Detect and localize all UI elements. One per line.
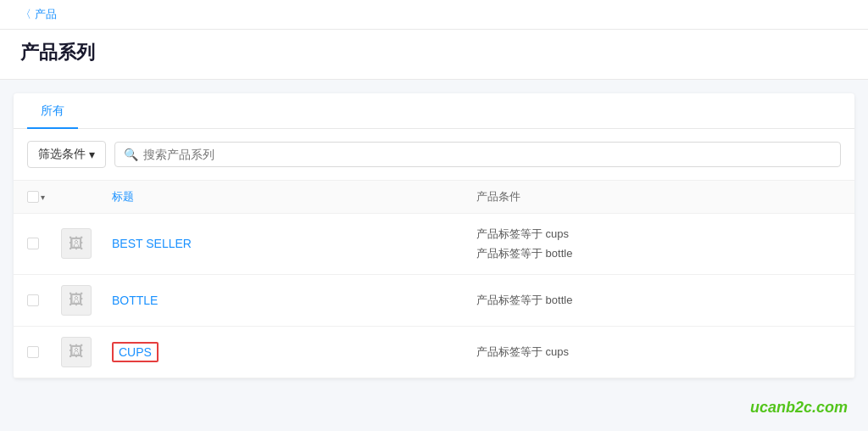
condition-line-1: 产品标签等于 cups (476, 224, 841, 243)
header-checkbox-dropdown-icon[interactable]: ▾ (41, 193, 45, 202)
header-title[interactable]: 标题 (112, 189, 476, 204)
table-row: 🖼 CUPS 产品标签等于 cups (14, 327, 854, 378)
row-image-bottle: 🖼 (61, 285, 92, 316)
row-link-best-seller[interactable]: BEST SELLER (112, 237, 192, 250)
row-image-best-seller: 🖼 (61, 228, 92, 259)
row-link-bottle[interactable]: BOTTLE (112, 294, 158, 307)
filter-button[interactable]: 筛选条件 ▾ (27, 141, 106, 168)
tabs-bar: 所有 (14, 93, 854, 129)
row-name-bottle[interactable]: BOTTLE (112, 294, 476, 307)
row-image-cups: 🖼 (61, 337, 92, 367)
checkbox-cups[interactable] (27, 346, 39, 358)
filter-label: 筛选条件 (38, 147, 86, 162)
watermark-text: ucanb2c.com (750, 399, 848, 416)
row-conditions-best-seller: 产品标签等于 cups 产品标签等于 bottle (476, 224, 841, 264)
page-wrapper: 产品 产品系列 所有 筛选条件 ▾ 🔍 ▾ (0, 0, 868, 431)
watermark: ucanb2c.com (0, 392, 868, 423)
row-conditions-cups: 产品标签等于 cups (476, 342, 841, 361)
tab-all[interactable]: 所有 (27, 93, 78, 129)
breadcrumb-bar: 产品 (0, 0, 868, 30)
search-wrapper: 🔍 (114, 142, 841, 167)
row-link-cups[interactable]: CUPS (112, 342, 159, 362)
page-title: 产品系列 (20, 40, 848, 65)
page-header: 产品系列 (0, 30, 868, 80)
table-row: 🖼 BEST SELLER 产品标签等于 cups 产品标签等于 bottle (14, 214, 854, 275)
row-name-cups[interactable]: CUPS (112, 345, 476, 359)
condition-line-2: 产品标签等于 bottle (476, 243, 841, 263)
row-name-best-seller[interactable]: BEST SELLER (112, 237, 476, 250)
table-row: 🖼 BOTTLE 产品标签等于 bottle (14, 275, 854, 327)
breadcrumb-link[interactable]: 产品 (20, 8, 57, 20)
header-checkbox[interactable] (27, 191, 39, 203)
toolbar: 筛选条件 ▾ 🔍 (14, 129, 854, 181)
row-checkbox-cups[interactable] (27, 346, 61, 358)
checkbox-bottle[interactable] (27, 294, 39, 306)
row-checkbox-bottle[interactable] (27, 294, 61, 306)
search-icon: 🔍 (124, 148, 138, 161)
table-header: ▾ 标题 产品条件 (14, 181, 854, 214)
filter-arrow-icon: ▾ (89, 148, 95, 161)
header-checkbox-group[interactable]: ▾ (27, 191, 61, 203)
row-conditions-bottle: 产品标签等于 bottle (476, 290, 841, 310)
row-checkbox-best-seller[interactable] (27, 238, 61, 249)
main-content: 所有 筛选条件 ▾ 🔍 ▾ 标题 产品条件 (14, 93, 854, 378)
header-condition: 产品条件 (476, 189, 841, 204)
table-container: ▾ 标题 产品条件 🖼 BEST SELLER 产品标签等于 cups 产品标签… (14, 181, 854, 378)
condition-line-1: 产品标签等于 bottle (476, 290, 841, 310)
search-input[interactable] (143, 148, 832, 161)
checkbox-best-seller[interactable] (27, 238, 39, 249)
condition-line-1: 产品标签等于 cups (476, 342, 841, 361)
